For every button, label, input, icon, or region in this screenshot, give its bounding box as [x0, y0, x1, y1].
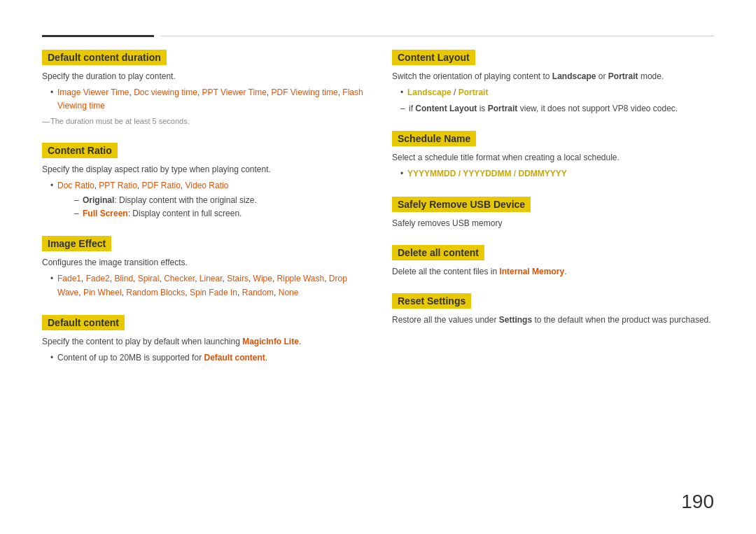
- link-random-blocks: Random Blocks: [126, 288, 185, 297]
- list-item-date-formats: YYYYMMDD / YYYYDDMM / DDMMYYYY: [400, 167, 714, 181]
- link-ppt-ratio: PPT Ratio: [99, 181, 136, 190]
- dash-list-content-layout: if Content Layout is Portrait view, it d…: [392, 102, 714, 115]
- top-rule-dark: [42, 35, 154, 37]
- section-title-image-effect: Image Effect: [42, 236, 111, 251]
- list-item: Image Viewer Time, Doc viewing time, PPT…: [50, 86, 364, 113]
- section-content-ratio: Content Ratio Specify the display aspect…: [42, 143, 364, 221]
- section-title-delete-all-content: Delete all content: [392, 245, 484, 260]
- dash-item-vp8: if Content Layout is Portrait view, it d…: [400, 102, 714, 115]
- dash-item-original: Original: Display content with the origi…: [74, 194, 364, 207]
- link-image-viewer-time: Image Viewer Time: [57, 87, 130, 97]
- link-video-ratio: Video Ratio: [186, 181, 229, 190]
- link-ripple-wash: Ripple Wash: [277, 274, 325, 283]
- bold-portrait: Portrait: [608, 71, 638, 81]
- link-random: Random: [242, 288, 274, 297]
- list-item-image-effects: Fade1, Fade2, Blind, Spiral, Checker, Li…: [50, 272, 364, 299]
- label-original: Original: [83, 195, 114, 205]
- bullet-list-content-ratio: Doc Ratio, PPT Ratio, PDF Ratio, Video R…: [42, 179, 364, 221]
- link-pdf-viewing-time: PDF Viewing time: [271, 87, 337, 97]
- link-spiral: Spiral: [138, 274, 160, 283]
- sep: /: [451, 87, 458, 97]
- desc-default-content-duration: Specify the duration to play content.: [42, 70, 364, 83]
- section-title-reset-settings: Reset Settings: [392, 293, 471, 309]
- top-rule-light: [161, 36, 714, 36]
- section-title-safely-remove-usb: Safely Remove USB Device: [392, 197, 531, 212]
- section-default-content: Default content Specify the content to p…: [42, 315, 364, 365]
- section-delete-all-content: Delete all content Delete all the conten…: [392, 245, 714, 278]
- link-checker: Checker: [164, 274, 195, 283]
- link-pdf-ratio: PDF Ratio: [142, 181, 181, 190]
- label-fullscreen: Full Screen: [83, 209, 128, 218]
- bold-portrait-ref: Portrait: [488, 104, 518, 113]
- section-content-layout: Content Layout Switch the orientation of…: [392, 50, 714, 115]
- section-reset-settings: Reset Settings Restore all the values un…: [392, 293, 714, 326]
- list-item-default-content: Content of up to 20MB is supported for D…: [50, 351, 364, 365]
- bold-content-layout: Content Layout: [415, 104, 477, 113]
- link-fade1: Fade1: [57, 274, 81, 283]
- dash-item-fullscreen: Full Screen: Display content in full scr…: [74, 207, 364, 220]
- section-safely-remove-usb: Safely Remove USB Device Safely removes …: [392, 197, 714, 230]
- left-column: Default content duration Specify the dur…: [42, 50, 364, 380]
- desc-content-ratio: Specify the display aspect ratio by type…: [42, 163, 364, 176]
- desc-delete-all-content: Delete all the content files in Internal…: [392, 265, 714, 278]
- link-fade2: Fade2: [86, 274, 110, 283]
- section-image-effect: Image Effect Configures the image transi…: [42, 236, 364, 299]
- right-column: Content Layout Switch the orientation of…: [392, 50, 714, 380]
- bullet-list-default-content: Content of up to 20MB is supported for D…: [42, 351, 364, 365]
- list-item: Doc Ratio, PPT Ratio, PDF Ratio, Video R…: [50, 179, 364, 221]
- bold-landscape: Landscape: [552, 71, 596, 81]
- link-ppt-viewer-time: PPT Viewer Time: [202, 87, 267, 97]
- desc-schedule-name: Select a schedule title format when crea…: [392, 151, 714, 164]
- link-blind: Blind: [114, 274, 133, 283]
- desc-reset-settings: Restore all the values under Settings to…: [392, 314, 714, 326]
- sep: ,: [137, 181, 142, 190]
- section-title-schedule-name: Schedule Name: [392, 131, 476, 146]
- text-original: : Display content with the original size…: [114, 195, 256, 205]
- bold-settings: Settings: [499, 315, 532, 325]
- section-title-default-content: Default content: [42, 315, 125, 330]
- link-wipe: Wipe: [253, 274, 272, 283]
- link-doc-viewing-time: Doc viewing time: [134, 87, 197, 97]
- desc-image-effect: Configures the image transition effects.: [42, 256, 364, 269]
- link-none: None: [279, 288, 299, 297]
- link-linear: Linear: [200, 274, 223, 283]
- link-internal-memory: Internal Memory: [499, 267, 564, 276]
- note-default-content-duration: The duration must be at least 5 seconds.: [42, 115, 364, 127]
- bullet-list-schedule-name: YYYYMMDD / YYYYDDMM / DDMMYYYY: [392, 167, 714, 181]
- top-rule: [42, 35, 714, 37]
- bullet-list-default-content-duration: Image Viewer Time, Doc viewing time, PPT…: [42, 86, 364, 113]
- section-title-content-layout: Content Layout: [392, 50, 475, 65]
- link-portrait: Portrait: [458, 87, 489, 97]
- bullet-list-image-effect: Fade1, Fade2, Blind, Spiral, Checker, Li…: [42, 272, 364, 299]
- desc-safely-remove-usb: Safely removes USB memory: [392, 217, 714, 230]
- bullet-list-content-layout: Landscape / Portrait: [392, 86, 714, 99]
- link-default-content-ref: Default content: [204, 353, 265, 363]
- section-schedule-name: Schedule Name Select a schedule title fo…: [392, 131, 714, 181]
- link-pin-wheel: Pin Wheel: [83, 288, 122, 297]
- section-title-default-content-duration: Default content duration: [42, 50, 167, 65]
- desc-content-layout: Switch the orientation of playing conten…: [392, 70, 714, 83]
- link-spin-fade-in: Spin Fade In: [190, 288, 237, 297]
- dash-list-content-ratio: Original: Display content with the origi…: [57, 194, 364, 220]
- link-stairs: Stairs: [227, 274, 248, 283]
- link-magicinfo-lite: MagicInfo Lite: [242, 337, 299, 346]
- separator: ,: [197, 87, 202, 97]
- link-doc-ratio: Doc Ratio: [57, 181, 94, 190]
- text-fullscreen: : Display content in full screen.: [128, 209, 242, 218]
- section-default-content-duration: Default content duration Specify the dur…: [42, 50, 364, 127]
- link-date-formats: YYYYMMDD / YYYYDDMM / DDMMYYYY: [407, 169, 567, 178]
- desc-default-content: Specify the content to play by default w…: [42, 335, 364, 348]
- link-landscape: Landscape: [407, 87, 451, 97]
- sep: ,: [181, 181, 186, 190]
- section-title-content-ratio: Content Ratio: [42, 143, 118, 158]
- list-item-landscape-portrait: Landscape / Portrait: [400, 86, 714, 99]
- page-number: 190: [681, 491, 714, 513]
